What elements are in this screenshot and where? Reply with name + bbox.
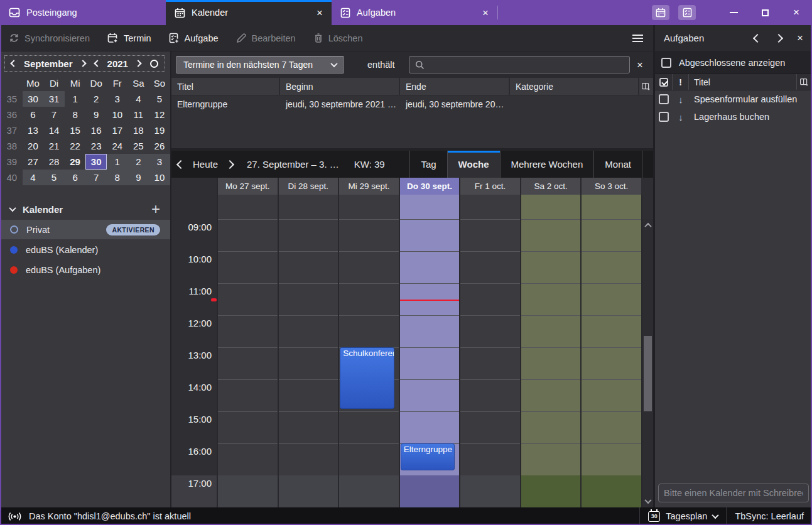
- day-header[interactable]: Mi 29 sept.: [338, 178, 399, 195]
- minical-day[interactable]: 23: [85, 138, 107, 154]
- vertical-scrollbar[interactable]: [642, 219, 653, 507]
- day-header-today[interactable]: Do 30 sept.: [399, 178, 460, 195]
- calendar-list-item[interactable]: eduBS (Aufgaben): [0, 260, 170, 279]
- minical-day[interactable]: 7: [85, 170, 107, 185]
- prev-month-icon[interactable]: [10, 60, 17, 67]
- minical-day[interactable]: 4: [23, 170, 44, 185]
- day-column-weekend[interactable]: [520, 195, 581, 507]
- minical-day[interactable]: 6: [65, 170, 86, 185]
- minical-day[interactable]: 30: [85, 154, 107, 170]
- minical-day[interactable]: 3: [149, 154, 170, 170]
- app-menu-button[interactable]: [632, 35, 643, 42]
- event-table-row[interactable]: Elterngruppe jeudi, 30 septembre 2021 … …: [171, 95, 653, 113]
- minical-day[interactable]: 11: [128, 107, 149, 122]
- task-row[interactable]: ↓Lagerhaus buchen: [655, 108, 812, 126]
- minical-day[interactable]: 8: [107, 170, 128, 185]
- new-event-button[interactable]: Termin: [107, 33, 151, 44]
- minical-day[interactable]: 9: [85, 107, 107, 122]
- next-month-icon[interactable]: [79, 60, 86, 67]
- edit-button[interactable]: Bearbeiten: [236, 33, 296, 43]
- taskpane-prev-icon[interactable]: [753, 33, 762, 42]
- minical-day[interactable]: 3: [107, 91, 128, 107]
- minical-day[interactable]: 16: [85, 122, 107, 138]
- minimize-button[interactable]: [718, 0, 749, 25]
- minical-day[interactable]: 26: [149, 138, 170, 154]
- minical-day[interactable]: 14: [43, 122, 65, 138]
- open-calendar-tab-button[interactable]: [652, 5, 669, 20]
- minical-day[interactable]: 4: [128, 91, 149, 107]
- day-header[interactable]: Sa 2 oct.: [520, 178, 581, 195]
- minical-day[interactable]: 12: [149, 107, 170, 122]
- minical-day[interactable]: 9: [128, 170, 149, 185]
- day-header[interactable]: Mo 27 sept.: [217, 178, 278, 195]
- column-header-beginn[interactable]: Beginn: [280, 78, 400, 95]
- tab-posteingang[interactable]: Posteingang: [0, 0, 166, 25]
- minical-day[interactable]: 1: [65, 91, 86, 107]
- clear-filter-icon[interactable]: ×: [637, 60, 643, 70]
- close-tab-icon[interactable]: ×: [482, 8, 489, 18]
- calendar-list-item[interactable]: eduBS (Kalender): [0, 240, 170, 259]
- minical-day[interactable]: 15: [65, 122, 86, 138]
- task-checkbox[interactable]: [659, 112, 669, 122]
- minical-day[interactable]: 31: [43, 91, 65, 107]
- minical-day[interactable]: 18: [128, 122, 149, 138]
- calendar-event[interactable]: Schulkonferenz: [340, 347, 394, 409]
- minical-day[interactable]: 17: [107, 122, 128, 138]
- column-header-priority[interactable]: !: [673, 74, 689, 90]
- close-tab-icon[interactable]: ×: [317, 8, 323, 18]
- prev-week-button[interactable]: [171, 161, 190, 168]
- minical-day[interactable]: 19: [149, 122, 170, 138]
- next-year-icon[interactable]: [134, 60, 141, 67]
- day-header[interactable]: Di 28 sept.: [278, 178, 338, 195]
- day-column-normal[interactable]: [217, 195, 278, 507]
- minical-day[interactable]: 8: [65, 107, 86, 122]
- scroll-down-icon[interactable]: [642, 496, 653, 506]
- minical-day[interactable]: 2: [85, 91, 107, 107]
- column-header-kategorie[interactable]: Kategorie: [510, 78, 639, 95]
- show-completed-checkbox[interactable]: [661, 58, 671, 68]
- today-button[interactable]: Heute: [193, 159, 218, 170]
- close-window-button[interactable]: ×: [781, 0, 812, 25]
- event-search-box[interactable]: [409, 56, 630, 73]
- delete-button[interactable]: Löschen: [313, 33, 363, 43]
- column-picker-button[interactable]: [639, 78, 653, 95]
- view-tab-monat[interactable]: Monat: [593, 151, 642, 178]
- minical-day[interactable]: 27: [23, 154, 44, 170]
- next-week-button[interactable]: [220, 161, 239, 168]
- maximize-button[interactable]: [749, 0, 781, 25]
- day-column-normal[interactable]: [459, 195, 520, 507]
- today-circle-icon[interactable]: [150, 60, 158, 68]
- calendar-list-item[interactable]: PrivatAKTIVIEREN: [0, 220, 170, 239]
- tab-kalender[interactable]: Kalender ×: [166, 0, 332, 25]
- view-tab-mehrere-wochen[interactable]: Mehrere Wochen: [500, 151, 594, 178]
- day-column-normal[interactable]: Schulkonferenz: [338, 195, 399, 507]
- task-row[interactable]: ↓Spesenformular ausfüllen: [655, 90, 812, 108]
- minical-day[interactable]: 7: [43, 107, 65, 122]
- minical-day[interactable]: 30: [23, 91, 44, 107]
- taskpane-next-icon[interactable]: [774, 33, 783, 42]
- column-header-done[interactable]: [655, 74, 673, 90]
- day-column-normal[interactable]: [278, 195, 338, 507]
- column-header-titel[interactable]: Titel: [171, 78, 280, 95]
- minical-day[interactable]: 5: [43, 170, 65, 185]
- day-plan-dropdown[interactable]: 30 Tagesplan: [639, 507, 726, 525]
- tab-aufgaben[interactable]: Aufgaben ×: [332, 0, 497, 25]
- synchronize-button[interactable]: Synchronisieren: [9, 33, 90, 43]
- event-range-select[interactable]: Termine in den nächsten 7 Tagen: [176, 56, 344, 73]
- scrollbar-thumb[interactable]: [644, 336, 652, 411]
- day-header[interactable]: Fr 1 oct.: [459, 178, 520, 195]
- minical-day[interactable]: 6: [23, 107, 44, 122]
- calendar-event[interactable]: Elterngruppe: [401, 443, 455, 470]
- minical-day[interactable]: 1: [107, 154, 128, 170]
- minical-day[interactable]: 24: [107, 138, 128, 154]
- calendar-list-header[interactable]: Kalender +: [0, 200, 170, 219]
- minical-day[interactable]: 22: [65, 138, 86, 154]
- search-input[interactable]: [430, 59, 624, 70]
- column-header-title[interactable]: Titel: [689, 74, 797, 90]
- day-header[interactable]: So 3 oct.: [580, 178, 641, 195]
- prev-year-icon[interactable]: [94, 60, 100, 67]
- minical-day[interactable]: 21: [43, 138, 65, 154]
- new-task-input[interactable]: [658, 484, 809, 502]
- view-tab-woche[interactable]: Woche: [447, 151, 500, 178]
- task-column-picker-button[interactable]: [797, 74, 812, 90]
